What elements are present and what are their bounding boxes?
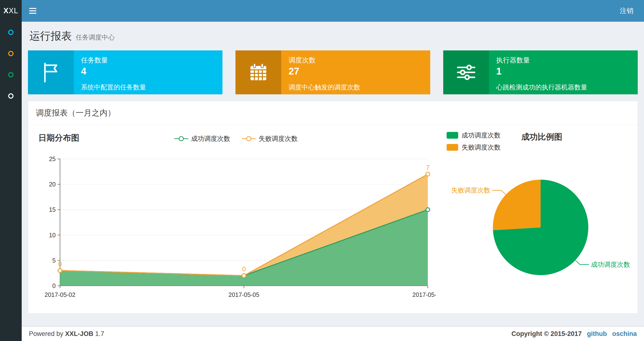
info-box-body: 调度次数27调度中心触发的调度次数 xyxy=(281,50,430,94)
legend-label: 成功调度次数 xyxy=(191,134,230,143)
info-box-label: 任务数量 xyxy=(81,56,215,65)
svg-text:2017-05-02: 2017-05-02 xyxy=(44,291,76,298)
github-link[interactable]: github xyxy=(587,330,607,338)
line-chart-title: 日期分布图 xyxy=(38,132,79,144)
info-box-desc: 系统中配置的任务数量 xyxy=(81,83,215,92)
logo-text: X xyxy=(3,7,9,15)
svg-text:25: 25 xyxy=(49,156,56,162)
info-box-body: 任务数量4系统中配置的任务数量 xyxy=(74,50,222,94)
info-box-row: 任务数量4系统中配置的任务数量调度次数27调度中心触发的调度次数执行器数量1心跳… xyxy=(22,45,644,95)
info-box-label: 执行器数量 xyxy=(496,56,630,65)
logo[interactable]: XXL xyxy=(0,0,22,22)
pie-chart-title: 成功比例图 xyxy=(521,131,562,143)
svg-text:10: 10 xyxy=(49,232,56,238)
footer-right: Copyright © 2015-2017 github oschina xyxy=(512,330,637,338)
sidebar-item-report[interactable] xyxy=(0,22,22,43)
legend-swatch-icon xyxy=(446,132,458,139)
sidebar xyxy=(0,22,22,341)
page-title: 运行报表任务调度中心 xyxy=(30,29,638,43)
svg-text:成功调度次数: 成功调度次数 xyxy=(591,261,630,268)
flag-icon xyxy=(28,50,74,94)
info-box-body: 执行器数量1心跳检测成功的执行器机器数量 xyxy=(489,50,638,94)
pie-chart: 成功调度次数失败调度次数 xyxy=(446,157,634,292)
info-box-desc: 心跳检测成功的执行器机器数量 xyxy=(496,83,630,92)
navbar-right: 注销 xyxy=(618,0,644,22)
sidebar-item-joblog[interactable] xyxy=(0,64,22,85)
info-box-1: 任务数量4系统中配置的任务数量 xyxy=(28,50,222,94)
product-version: 1.7 xyxy=(95,330,104,337)
info-box-label: 调度次数 xyxy=(288,56,423,65)
line-marker-icon xyxy=(174,136,188,142)
circle-icon xyxy=(8,51,14,56)
circle-icon xyxy=(8,93,14,99)
chart-row: 日期分布图 成功调度次数失败调度次数 05101520252017-05-022… xyxy=(28,125,638,313)
calendar-icon xyxy=(236,50,281,94)
svg-text:2017-05-05: 2017-05-05 xyxy=(228,291,259,298)
sidebar-item-help[interactable] xyxy=(0,85,22,107)
report-panel: 调度报表（一月之内） 日期分布图 成功调度次数失败调度次数 0510152025… xyxy=(28,101,638,313)
page-subtitle: 任务调度中心 xyxy=(76,34,115,41)
legend-item[interactable]: 成功调度次数 xyxy=(174,134,230,143)
line-marker-icon xyxy=(242,136,256,142)
sidebar-toggle-button[interactable] xyxy=(22,0,44,22)
legend-item[interactable]: 失败调度次数 xyxy=(446,143,500,152)
svg-text:0: 0 xyxy=(58,260,62,268)
legend-item[interactable]: 成功调度次数 xyxy=(446,131,500,140)
svg-text:2017-05-08: 2017-05-08 xyxy=(412,291,436,298)
line-chart: 05101520252017-05-022017-05-052017-05-08… xyxy=(36,146,436,305)
top-navbar: XXL 注销 xyxy=(0,0,644,22)
pie-chart-legend: 成功调度次数失败调度次数 xyxy=(446,131,500,152)
footer: Powered by XXL-JOB 1.7 Copyright © 2015-… xyxy=(22,326,644,341)
legend-label: 失败调度次数 xyxy=(258,134,298,143)
svg-text:7: 7 xyxy=(426,164,430,171)
legend-swatch-icon xyxy=(446,144,458,151)
svg-text:失败调度次数: 失败调度次数 xyxy=(451,187,490,194)
hamburger-icon xyxy=(29,7,36,15)
info-box-value: 1 xyxy=(496,66,630,77)
sidebar-item-jobinfo[interactable] xyxy=(0,43,22,64)
info-box-value: 4 xyxy=(81,66,215,77)
svg-text:0: 0 xyxy=(242,265,246,273)
pie-chart-section: 成功调度次数失败调度次数 成功比例图 成功调度次数失败调度次数 xyxy=(436,131,634,306)
panel-title: 调度报表（一月之内） xyxy=(28,101,638,125)
content-header: 运行报表任务调度中心 xyxy=(22,22,644,45)
line-chart-legend: 成功调度次数失败调度次数 xyxy=(174,134,298,143)
svg-text:0: 0 xyxy=(52,282,56,289)
legend-item[interactable]: 失败调度次数 xyxy=(242,134,298,143)
info-box-desc: 调度中心触发的调度次数 xyxy=(288,83,423,92)
copyright: Copyright © 2015-2017 xyxy=(512,330,582,338)
main-content: 运行报表任务调度中心 任务数量4系统中配置的任务数量调度次数27调度中心触发的调… xyxy=(22,22,644,326)
svg-text:20: 20 xyxy=(49,181,56,188)
legend-label: 成功调度次数 xyxy=(462,131,500,140)
logout-link[interactable]: 注销 xyxy=(618,6,636,16)
circle-icon xyxy=(8,30,14,35)
circle-icon xyxy=(8,72,14,77)
svg-text:5: 5 xyxy=(52,257,56,264)
info-box-value: 27 xyxy=(288,66,423,77)
info-box-3: 执行器数量1心跳检测成功的执行器机器数量 xyxy=(443,50,638,94)
svg-text:15: 15 xyxy=(49,206,56,213)
powered-by: Powered by XXL-JOB 1.7 xyxy=(29,330,104,338)
oschina-link[interactable]: oschina xyxy=(612,330,637,338)
sliders-icon xyxy=(443,50,489,94)
legend-label: 失败调度次数 xyxy=(462,143,500,152)
info-box-2: 调度次数27调度中心触发的调度次数 xyxy=(236,50,430,94)
line-chart-section: 日期分布图 成功调度次数失败调度次数 05101520252017-05-022… xyxy=(36,131,436,306)
product-name: XXL-JOB xyxy=(65,330,93,337)
